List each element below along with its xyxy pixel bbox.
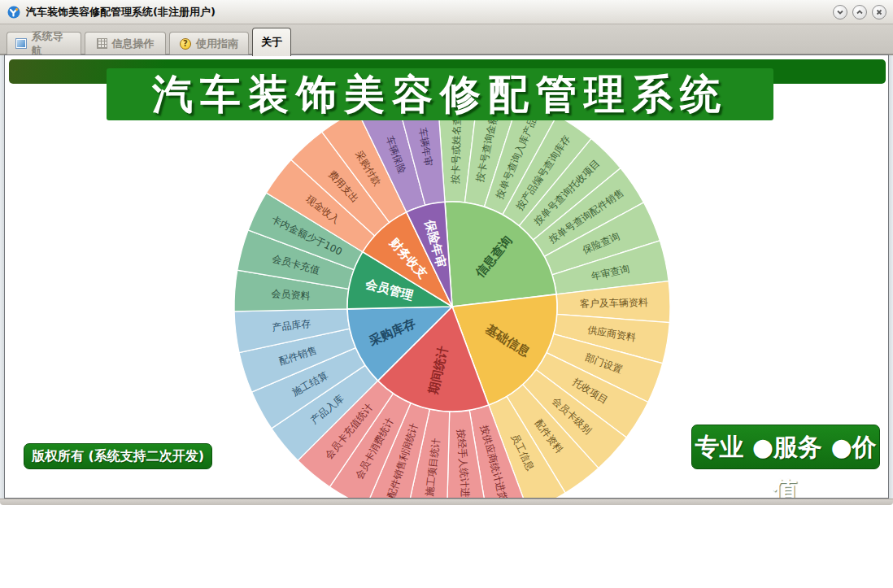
window-title: 汽车装饰美容修配管理系统(非注册用户) (26, 5, 216, 20)
tab-information-operations[interactable]: 信息操作 (85, 32, 166, 54)
tab-label: 关于 (261, 35, 282, 50)
tab-label: 信息操作 (112, 37, 155, 51)
slogan-badge: 专业 ●服务 ●价值 (691, 425, 880, 469)
chevron-down-icon (836, 8, 844, 16)
window-icon (15, 38, 27, 49)
sunburst-wedge-label: 客户及车辆资料 (580, 297, 648, 310)
copyright-badge: 版权所有 (系统支持二次开发) (24, 443, 212, 469)
app-window: 汽车装饰美容修配管理系统(非注册用户) 系统导航 信息操作 ? 使用指南 (0, 0, 893, 588)
maximize-button[interactable] (852, 5, 867, 20)
help-icon: ? (180, 38, 191, 50)
window-frame-right (889, 55, 893, 499)
tab-user-guide[interactable]: ? 使用指南 (169, 32, 249, 54)
grid-icon (97, 38, 107, 49)
about-panel: 按卡号或姓名查询按卡号查询金额按单号查询入库产品按产品编号查询库存按单号查询托收… (4, 54, 889, 499)
close-icon (875, 8, 883, 16)
title-banner: 汽车装饰美容修配管理系统 (107, 68, 773, 120)
tab-about[interactable]: 关于 (252, 28, 291, 56)
app-logo-icon (7, 6, 20, 19)
close-button[interactable] (872, 5, 886, 20)
title-bar: 汽车装饰美容修配管理系统(非注册用户) (0, 0, 893, 24)
window-frame-bottom (0, 499, 893, 505)
minimize-button[interactable] (833, 5, 847, 20)
tab-system-navigation[interactable]: 系统导航 (7, 32, 81, 54)
chevron-up-icon (856, 8, 864, 16)
tab-bar: 系统导航 信息操作 ? 使用指南 关于 (0, 24, 893, 55)
tab-label: 使用指南 (196, 37, 238, 51)
banner-title: 汽车装饰美容修配管理系统 (152, 68, 728, 122)
